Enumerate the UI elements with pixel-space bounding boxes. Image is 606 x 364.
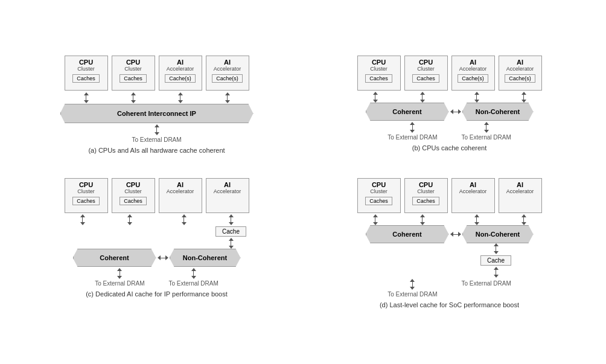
- nodes-row-b: CPU Cluster Caches CPU Cluster Caches AI…: [357, 56, 542, 91]
- dbl-arrow-cache-c: [209, 238, 253, 249]
- dram-row-b: To External DRAM To External DRAM: [388, 121, 511, 141]
- banners-row-d: Coherent Non-Coherent: [366, 225, 534, 243]
- dbl-arrow-dram-b1: [391, 122, 434, 133]
- dram-area-d2: To External DRAM: [462, 279, 511, 298]
- dbl-arrow-dram-a: [135, 124, 179, 135]
- diagram-b: CPU Cluster Caches CPU Cluster Caches AI…: [306, 49, 593, 160]
- dram-area-b1: To External DRAM: [388, 122, 437, 141]
- main-container: CPU Cluster Caches CPU Cluster Caches AI…: [7, 43, 599, 321]
- ai-accel-1: AI Accelerator Cache(s): [159, 56, 202, 91]
- banner-noncoherent-b: Non-Coherent: [462, 103, 534, 121]
- cpu-cluster-b2: CPU Cluster Caches: [404, 56, 448, 91]
- ai-accel-d2: AI Accelerator: [499, 178, 542, 213]
- ai-accel-c2: AI Accelerator: [206, 178, 249, 213]
- dbl-arrow-c4: [209, 214, 253, 225]
- ext-dram-a: To External DRAM: [132, 136, 181, 143]
- dbl-arrow-c1: [61, 214, 104, 225]
- dbl-arrow-c3: [162, 214, 206, 225]
- banners-row-b: Coherent Non-Coherent: [366, 103, 534, 121]
- nodes-row-c: CPU Cluster Caches CPU Cluster Caches AI…: [65, 178, 249, 213]
- cpu-cluster-c1: CPU Cluster Caches: [65, 178, 108, 213]
- dbl-arrow-b4: [502, 92, 546, 103]
- banners-row-c: Coherent Non-Coherent: [73, 249, 241, 267]
- dram-row-d: To External DRAM To External DRAM: [388, 278, 511, 298]
- arrows-a: [65, 92, 249, 103]
- standalone-cache-c: Cache: [215, 226, 246, 237]
- dbl-arrow-a4: [206, 92, 249, 103]
- dbl-arrow-b1: [354, 92, 397, 103]
- dbl-arrow-cache-bot-d: [474, 267, 518, 278]
- dbl-arrow-h-d: [450, 232, 461, 237]
- dbl-arrow-dram-d1: [391, 279, 434, 290]
- cpu-cluster-b1: CPU Cluster Caches: [357, 56, 401, 91]
- banner-coherent-d: Coherent: [366, 225, 449, 243]
- caption-b: (b) CPUs cache coherent: [412, 144, 487, 152]
- dbl-arrow-a3: [159, 92, 202, 103]
- cpu-cluster-d1: CPU Cluster Caches: [357, 178, 401, 213]
- ai-accel-b2: AI Accelerator Cache(s): [499, 56, 542, 91]
- caption-a: (a) CPUs and AIs all hardware cache cohe…: [88, 147, 225, 154]
- caption-c: (c) Dedicated AI cache for IP performanc…: [86, 290, 228, 298]
- dbl-arrow-c2: [108, 214, 152, 225]
- ai-accel-b1: AI Accelerator Cache(s): [451, 56, 495, 91]
- banner-noncoherent-d: Non-Coherent: [462, 225, 534, 243]
- dbl-arrow-cache-top-d: [474, 243, 518, 254]
- arrows-d-top: [354, 214, 546, 225]
- cpu-cluster-2: CPU Cluster Caches: [112, 56, 155, 91]
- arrows-b: [354, 92, 546, 103]
- extra-cache-area-c: Cache: [115, 225, 253, 249]
- diagram-d: CPU Cluster Caches CPU Cluster Caches AI…: [306, 172, 593, 315]
- dbl-arrow-a2: [112, 92, 155, 103]
- ext-dram-b2: To External DRAM: [462, 134, 511, 141]
- dbl-arrow-h-c: [158, 255, 168, 260]
- cpu-cluster-d2: CPU Cluster Caches: [404, 178, 448, 213]
- dbl-arrow-a1: [65, 92, 108, 103]
- dram-area-a: To External DRAM: [132, 124, 181, 143]
- dram-area-d1: To External DRAM: [388, 279, 437, 298]
- dram-area-c2: To External DRAM: [169, 268, 218, 287]
- ext-dram-b1: To External DRAM: [388, 134, 437, 141]
- dbl-arrow-d4: [502, 214, 546, 225]
- arrows-c-top: [61, 214, 253, 225]
- banner-noncoherent-c: Non-Coherent: [170, 249, 241, 267]
- dbl-arrow-d1: [354, 214, 397, 225]
- dbl-arrow-d3: [455, 214, 499, 225]
- bottom-cache-area-d: Cache: [381, 243, 518, 278]
- dbl-arrow-b3: [455, 92, 499, 103]
- dbl-arrow-b2: [401, 92, 444, 103]
- ext-dram-d1: To External DRAM: [388, 291, 437, 298]
- standalone-cache-d: Cache: [480, 255, 511, 266]
- banner-coherent-b: Coherent: [366, 103, 449, 121]
- banner-coherent-ip-a: Coherent Interconnect IP: [60, 104, 254, 123]
- ext-dram-c2: To External DRAM: [169, 280, 218, 287]
- ai-accel-c1: AI Accelerator: [159, 178, 202, 213]
- dbl-arrow-dram-c1: [98, 268, 141, 279]
- ext-dram-d2: To External DRAM: [462, 280, 511, 287]
- nodes-row-d: CPU Cluster Caches CPU Cluster Caches AI…: [357, 178, 542, 213]
- banner-coherent-c: Coherent: [73, 249, 156, 267]
- dbl-arrow-dram-b2: [465, 122, 508, 133]
- dbl-arrow-h-b: [450, 109, 461, 114]
- dbl-arrow-d2: [401, 214, 444, 225]
- dram-area-b2: To External DRAM: [462, 122, 511, 141]
- ext-dram-c1: To External DRAM: [95, 280, 144, 287]
- nodes-row-a: CPU Cluster Caches CPU Cluster Caches AI…: [65, 56, 249, 91]
- cpu-cluster-c2: CPU Cluster Caches: [112, 178, 155, 213]
- diagram-a: CPU Cluster Caches CPU Cluster Caches AI…: [13, 49, 300, 160]
- ai-accel-d1: AI Accelerator: [451, 178, 495, 213]
- ai-accel-2: AI Accelerator Cache(s): [206, 56, 249, 91]
- dbl-arrow-dram-c2: [172, 268, 215, 279]
- caption-d: (d) Last-level cache for SoC performance…: [380, 301, 519, 308]
- diagram-c: CPU Cluster Caches CPU Cluster Caches AI…: [13, 172, 300, 315]
- dram-row-c: To External DRAM To External DRAM: [95, 267, 218, 287]
- cpu-cluster-1: CPU Cluster Caches: [65, 56, 108, 91]
- dram-area-c1: To External DRAM: [95, 268, 144, 287]
